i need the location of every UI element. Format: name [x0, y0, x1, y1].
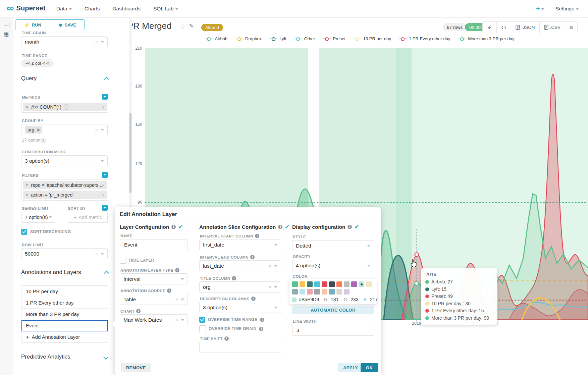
info-icon[interactable]: i — [348, 225, 352, 229]
share-link-button[interactable] — [483, 22, 497, 33]
override-time-grain-control[interactable]: OVERRIDE TIME GRAIN i — [199, 325, 263, 332]
legend-item[interactable]: 1 PR Every other day — [399, 36, 450, 41]
description-columns-select[interactable]: 3 option(s) — [199, 302, 281, 313]
time-shift-input[interactable] — [199, 342, 281, 353]
export-csv-button[interactable]: .CSV — [540, 22, 566, 33]
remove-icon[interactable]: × — [37, 127, 40, 132]
palette-swatch[interactable] — [322, 281, 327, 287]
clear-icon[interactable]: × — [268, 263, 271, 269]
override-time-range-checkbox[interactable] — [199, 317, 205, 323]
annotation-layer-item-selected[interactable]: Event — [21, 320, 108, 331]
annotations-section-header[interactable]: Annotations and Layers — [21, 269, 108, 276]
automatic-color-button[interactable]: AUTOMATIC COLOR — [292, 306, 374, 314]
clear-icon[interactable]: × — [95, 39, 98, 45]
legend-item[interactable]: Airbnb — [205, 36, 228, 41]
hide-layer-control[interactable]: HIDE LAYER — [120, 257, 154, 264]
legend-item[interactable]: Lyft — [270, 36, 286, 41]
palette-swatch[interactable] — [336, 281, 342, 287]
palette-swatch[interactable] — [292, 289, 298, 294]
apply-button[interactable]: APPLY — [338, 363, 363, 372]
info-icon[interactable]: i — [175, 268, 179, 272]
save-button[interactable]: ⊕SAVE — [50, 20, 85, 30]
info-icon[interactable]: i — [171, 225, 176, 229]
info-icon[interactable]: i — [167, 288, 171, 293]
add-filter-button[interactable]: + — [102, 172, 108, 178]
superset-logo[interactable]: ∞ Superset — [7, 3, 46, 13]
override-time-grain-checkbox[interactable] — [199, 325, 206, 332]
group-by-select[interactable]: org× × — [21, 124, 108, 135]
legend-item[interactable]: Preset — [323, 36, 345, 41]
clear-icon[interactable]: × — [175, 297, 178, 302]
info-icon[interactable]: i — [250, 255, 255, 259]
info-icon[interactable]: i — [278, 225, 282, 229]
add-sort-metric-button[interactable]: + — [102, 205, 108, 211]
legend-item[interactable]: 10 PR per day — [354, 36, 391, 41]
palette-swatch[interactable] — [300, 281, 305, 287]
palette-swatch[interactable] — [344, 281, 350, 287]
info-icon[interactable]: i — [259, 327, 263, 331]
style-select[interactable]: Dotted — [292, 240, 374, 251]
series-limit-select[interactable]: 7 option(s) — [21, 212, 55, 223]
sort-descending-control[interactable]: SORT DESCENDING — [21, 229, 71, 235]
ok-button[interactable]: OK — [361, 363, 378, 372]
add-metric-button[interactable]: + — [102, 94, 108, 100]
expand-panel-icon[interactable]: →| — [3, 21, 10, 27]
edit-pencil-icon[interactable]: ✎ — [189, 23, 194, 29]
palette-swatch[interactable] — [292, 281, 298, 287]
palette-swatch[interactable] — [307, 281, 313, 287]
palette-swatch[interactable] — [344, 289, 350, 294]
palette-swatch[interactable] — [322, 289, 327, 294]
metric-chip[interactable]: × ƒ(x) COUNT(*) ? › — [23, 103, 107, 111]
add-annotation-layer-button[interactable]: +Add Annotation Layer — [21, 331, 108, 342]
line-width-input[interactable] — [292, 325, 374, 336]
clear-icon[interactable]: × — [175, 317, 178, 323]
annotation-layer-type-select[interactable]: Interval — [120, 273, 188, 284]
annotation-layer-item[interactable]: More than 3 PR per day — [21, 309, 108, 320]
remove-icon[interactable]: × — [25, 182, 28, 188]
altered-badge[interactable]: Altered — [201, 24, 223, 31]
palette-swatch[interactable] — [336, 289, 342, 294]
info-icon[interactable]: i — [251, 297, 256, 301]
remove-icon[interactable]: × — [25, 192, 28, 197]
annotation-layer-item[interactable]: 10 PR per day — [21, 286, 108, 297]
nav-item-dashboards[interactable]: Dashboards — [112, 6, 141, 12]
nav-item-charts[interactable]: Charts — [85, 6, 100, 12]
more-options-button[interactable]: ≡ — [565, 22, 577, 33]
palette-swatch[interactable] — [366, 281, 372, 287]
override-time-range-control[interactable]: OVERRIDE TIME RANGE i — [199, 317, 264, 323]
run-button[interactable]: ⚡RUN — [15, 20, 50, 30]
hover-point[interactable] — [415, 253, 419, 257]
palette-swatch[interactable] — [351, 281, 357, 287]
interval-start-select[interactable]: first_date — [199, 239, 281, 250]
legend-item[interactable]: Other — [295, 36, 315, 41]
info-icon[interactable]: i — [136, 309, 141, 313]
chart-select[interactable]: Max Work Dates× — [120, 314, 188, 325]
remove-button[interactable]: REMOVE — [121, 363, 151, 372]
palette-swatch[interactable] — [359, 281, 364, 287]
sort-by-add-metric[interactable]: +Add metric — [68, 212, 108, 223]
name-input[interactable] — [120, 239, 188, 250]
palette-swatch[interactable] — [329, 281, 335, 287]
hide-layer-checkbox[interactable] — [120, 257, 126, 264]
favorite-star-icon[interactable]: ☆ — [179, 23, 185, 31]
legend-item[interactable]: Dropbox — [235, 36, 262, 41]
annotation-layer-item[interactable]: 1 PR Every other day — [21, 297, 108, 309]
nav-item-sql-lab[interactable]: SQL Lab — [153, 6, 178, 12]
group-by-tag[interactable]: org× — [25, 126, 42, 133]
clear-icon[interactable]: × — [95, 251, 98, 257]
embed-code-button[interactable] — [497, 22, 511, 33]
predictive-section-header[interactable]: Predictive Analytics — [21, 354, 108, 360]
palette-swatch[interactable] — [314, 281, 320, 287]
filter-chip[interactable]: × action = 'pr_merged' › — [23, 191, 107, 199]
filter-chip[interactable]: × repo = 'apache/incubator-supers... › — [23, 181, 107, 189]
time-range-pill[interactable]: -∞ ≤ col < ∞ — [21, 59, 54, 67]
palette-swatch[interactable] — [314, 289, 320, 294]
row-limit-select[interactable]: 50000 × — [21, 248, 108, 259]
info-icon[interactable]: i — [232, 276, 236, 280]
contribution-mode-select[interactable]: 3 option(s) — [21, 155, 108, 166]
clear-icon[interactable]: × — [268, 284, 271, 290]
time-grain-select[interactable]: month × — [21, 36, 108, 47]
clear-icon[interactable]: × — [95, 127, 98, 132]
legend-item[interactable]: More than 3 PR per day — [458, 36, 514, 41]
info-icon[interactable]: i — [255, 234, 259, 238]
